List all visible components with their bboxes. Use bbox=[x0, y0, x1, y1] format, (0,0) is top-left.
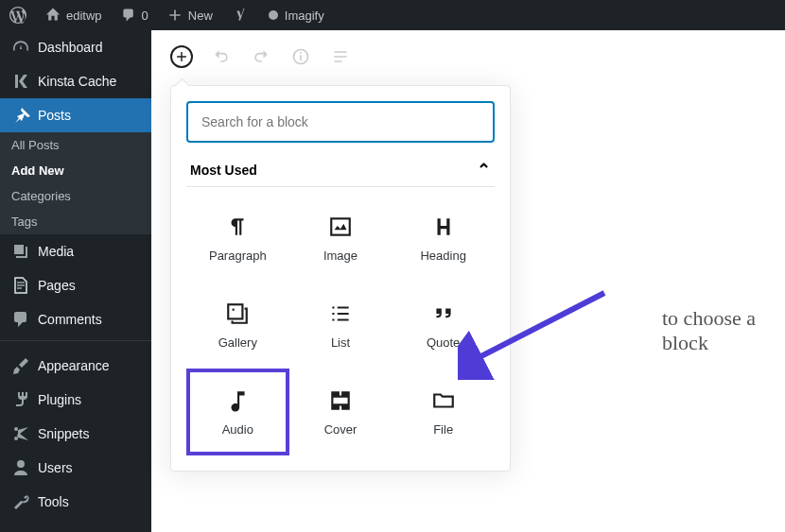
sidebar-item-pages[interactable]: Pages bbox=[0, 268, 151, 302]
block-heading[interactable]: Heading bbox=[392, 195, 495, 282]
block-file[interactable]: File bbox=[392, 369, 495, 455]
block-label: Audio bbox=[222, 422, 253, 437]
sidebar-item-plugins[interactable]: Plugins bbox=[0, 383, 151, 417]
new-label: New bbox=[188, 9, 213, 23]
sidebar-label-comments: Comments bbox=[38, 312, 102, 327]
sidebar-item-snippets[interactable]: Snippets bbox=[0, 417, 151, 451]
yoast-icon bbox=[232, 7, 249, 24]
block-label: Image bbox=[323, 249, 358, 263]
undo-icon bbox=[212, 47, 231, 66]
comments-count: 0 bbox=[142, 9, 148, 23]
sidebar-item-users[interactable]: Users bbox=[0, 451, 151, 485]
brush-icon bbox=[11, 356, 30, 375]
site-home-link[interactable]: editwp bbox=[36, 0, 112, 30]
inserter-section-head[interactable]: Most Used ⌃ bbox=[186, 143, 495, 187]
file-icon bbox=[431, 388, 456, 413]
gallery-icon bbox=[225, 301, 250, 326]
scissors-icon bbox=[11, 424, 30, 443]
blocks-grid: Paragraph Image Heading Gallery List bbox=[186, 195, 495, 455]
block-quote[interactable]: Quote bbox=[392, 282, 495, 369]
outline-button[interactable] bbox=[329, 45, 352, 68]
imagify-label: Imagify bbox=[285, 9, 324, 23]
sidebar-label-pages: Pages bbox=[38, 278, 76, 293]
block-search-input[interactable] bbox=[186, 101, 495, 143]
circle-icon bbox=[268, 9, 279, 21]
imagify-link[interactable]: Imagify bbox=[258, 0, 334, 30]
admin-sidebar: Dashboard Kinsta Cache Posts All Posts A… bbox=[0, 30, 151, 532]
info-button[interactable] bbox=[289, 45, 312, 68]
user-icon bbox=[11, 458, 30, 477]
block-list[interactable]: List bbox=[289, 282, 392, 369]
editor-hint-text: to choose a block bbox=[662, 306, 785, 355]
kinsta-icon bbox=[11, 72, 30, 91]
submenu-categories[interactable]: Categories bbox=[0, 183, 151, 209]
list-icon bbox=[328, 301, 353, 326]
cover-icon bbox=[328, 388, 353, 413]
paragraph-icon bbox=[225, 215, 250, 239]
admin-topbar: editwp 0 New Imagify bbox=[0, 0, 785, 30]
wp-logo-menu[interactable] bbox=[0, 0, 36, 30]
sidebar-label-plugins: Plugins bbox=[38, 392, 81, 407]
audio-icon bbox=[225, 388, 250, 413]
redo-icon bbox=[252, 47, 270, 66]
block-label: Heading bbox=[420, 249, 465, 263]
comments-link[interactable]: 0 bbox=[112, 0, 158, 30]
sidebar-item-comments[interactable]: Comments bbox=[0, 302, 151, 336]
svg-rect-2 bbox=[331, 218, 350, 234]
undo-button[interactable] bbox=[210, 45, 233, 68]
wrench-icon bbox=[11, 492, 30, 511]
yoast-link[interactable] bbox=[222, 0, 258, 30]
block-paragraph[interactable]: Paragraph bbox=[186, 195, 289, 282]
block-label: File bbox=[433, 422, 453, 437]
sidebar-item-media[interactable]: Media bbox=[0, 234, 151, 268]
sidebar-label-dashboard: Dashboard bbox=[38, 40, 103, 55]
plus-icon bbox=[175, 50, 188, 63]
block-cover[interactable]: Cover bbox=[289, 369, 392, 455]
block-image[interactable]: Image bbox=[289, 195, 392, 282]
quote-icon bbox=[431, 301, 456, 326]
sidebar-label-users: Users bbox=[38, 460, 73, 475]
info-icon bbox=[291, 47, 310, 66]
sidebar-item-dashboard[interactable]: Dashboard bbox=[0, 30, 151, 64]
image-icon bbox=[328, 215, 353, 239]
comments-icon bbox=[11, 310, 30, 329]
inserter-section-title: Most Used bbox=[190, 163, 257, 178]
sidebar-label-appearance: Appearance bbox=[38, 358, 110, 373]
block-audio[interactable]: Audio bbox=[186, 369, 289, 455]
submenu-all-posts[interactable]: All Posts bbox=[0, 132, 151, 158]
list-outline-icon bbox=[331, 47, 350, 66]
pages-icon bbox=[11, 276, 30, 295]
editor-toolbar bbox=[151, 30, 785, 83]
sidebar-label-media: Media bbox=[38, 244, 74, 259]
sidebar-item-posts[interactable]: Posts bbox=[0, 98, 151, 132]
sidebar-item-tools[interactable]: Tools bbox=[0, 485, 151, 519]
site-name: editwp bbox=[66, 9, 102, 23]
editor-canvas: Most Used ⌃ Paragraph Image Heading bbox=[151, 30, 785, 532]
chevron-up-icon: ⌃ bbox=[477, 160, 491, 180]
media-icon bbox=[11, 242, 30, 261]
block-label: Gallery bbox=[218, 335, 257, 350]
sidebar-label-snippets: Snippets bbox=[38, 426, 89, 441]
block-label: Quote bbox=[427, 335, 460, 350]
comment-icon bbox=[121, 8, 136, 23]
sidebar-label-kinsta: Kinsta Cache bbox=[38, 74, 116, 89]
block-label: Paragraph bbox=[209, 249, 267, 263]
sidebar-separator bbox=[0, 340, 151, 345]
submenu-add-new[interactable]: Add New bbox=[0, 158, 151, 183]
new-content-link[interactable]: New bbox=[158, 0, 222, 30]
sidebar-item-appearance[interactable]: Appearance bbox=[0, 349, 151, 383]
block-label: List bbox=[331, 335, 350, 350]
block-inserter-panel: Most Used ⌃ Paragraph Image Heading bbox=[170, 85, 511, 472]
add-block-button[interactable] bbox=[170, 45, 193, 68]
svg-rect-3 bbox=[229, 304, 243, 318]
heading-icon bbox=[431, 215, 456, 239]
sidebar-item-kinsta[interactable]: Kinsta Cache bbox=[0, 64, 151, 98]
block-label: Cover bbox=[324, 422, 358, 437]
redo-button[interactable] bbox=[250, 45, 272, 68]
plug-icon bbox=[11, 390, 30, 409]
pin-icon bbox=[11, 106, 30, 125]
plus-icon bbox=[167, 8, 183, 23]
block-gallery[interactable]: Gallery bbox=[186, 282, 289, 369]
home-icon bbox=[45, 8, 61, 23]
submenu-tags[interactable]: Tags bbox=[0, 209, 151, 234]
